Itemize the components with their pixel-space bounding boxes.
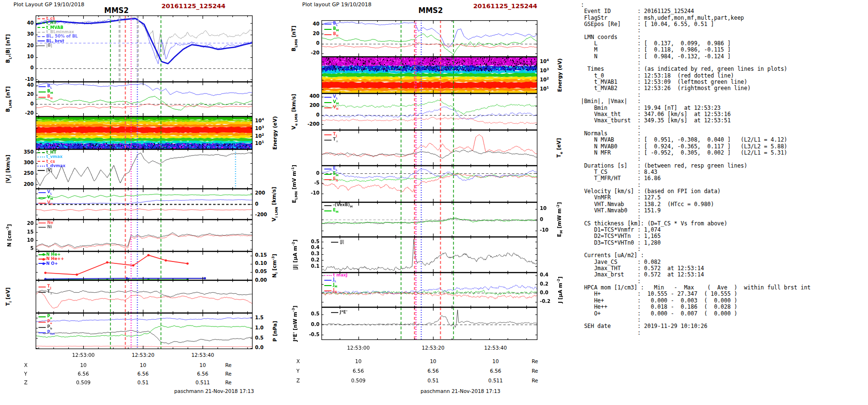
panel-legend: t maxJJLJMJN: [324, 273, 347, 293]
y-tick-label: 300: [14, 160, 34, 165]
panel-EM-comparison: 100-10EM [mW m-2]-(VexB)MEM: [289, 202, 577, 237]
legend-entry: t_cs: [38, 16, 78, 21]
legend-entry: BL: [324, 21, 339, 26]
panel-canvas-J-mag: [321, 237, 537, 273]
y-tick-label: 400: [300, 93, 319, 99]
legend-entry: BM: [324, 26, 339, 32]
plot-layout-note: Plot Layout GP 19/10/2018: [13, 1, 84, 8]
y-axis-label-right: Te [eV]: [556, 138, 563, 158]
y-tick-label: 104: [540, 58, 549, 64]
legend-line-swatch: [38, 45, 45, 46]
event-id-header: 20161125_125244: [161, 2, 225, 10]
y-axis-label: N [cm-3]: [5, 224, 12, 247]
y-tick-label: 0.5: [255, 335, 264, 340]
y-axis-label: J*E' [nW m-3]: [291, 306, 298, 342]
position-value: 10: [355, 358, 361, 364]
legend-line-swatch: [38, 27, 45, 28]
y-tick-label: 0.0: [300, 322, 319, 327]
position-unit: Re: [225, 371, 231, 377]
position-value: 6.56: [353, 368, 364, 374]
y-axis-label-right: EM [mW m-2]: [556, 202, 564, 237]
panel-canvas-Vi-LMN: [36, 189, 253, 220]
y-axis-label: Ti [eV]: [5, 287, 12, 306]
legend-line-swatch: [38, 203, 46, 204]
panel-legend: T∥T⊥: [324, 132, 338, 143]
panel-legend: J*E': [331, 310, 347, 314]
panel-canvas-EM-comparison: [321, 202, 537, 237]
legend-line-swatch: [324, 134, 332, 135]
panel-legend: VLVMVN: [324, 94, 339, 110]
panel-canvas-B-LMN: [321, 20, 537, 57]
panel-electron-spectrogram: 104103102101Energy (eV): [289, 57, 577, 93]
legend-line-swatch: [38, 170, 45, 171]
legend-line-swatch: [38, 32, 45, 33]
y-tick-label: 0: [540, 217, 543, 222]
legend-line-swatch: [38, 322, 46, 323]
legend-line-swatch: [324, 174, 332, 175]
panel-canvas-Te: [321, 130, 537, 166]
legend-line-swatch: [38, 157, 45, 157]
legend-line-swatch: [324, 169, 332, 170]
position-value: 0.51: [427, 378, 438, 383]
legend-entry: BL, brst: [38, 39, 78, 43]
y-tick-label: 10: [14, 54, 34, 59]
legend-line-swatch: [38, 97, 46, 98]
legend-entry: J*E': [331, 310, 347, 314]
panel-Vi-LMN: 2000-200Vi LMN [km/s]VLVMVN: [0, 189, 279, 220]
panel-legend: NeNi: [38, 221, 53, 230]
y-tick-label: 350: [14, 149, 34, 155]
position-value: 10: [200, 362, 206, 368]
legend-line-swatch: [324, 210, 332, 211]
position-value: 6.56: [427, 368, 438, 374]
legend-entry: Pe: [38, 319, 55, 325]
position-value: 6.56: [138, 371, 149, 377]
legend-line-swatch: [38, 86, 46, 87]
legend-line-swatch: [38, 222, 46, 223]
legend-entry: VM: [38, 195, 53, 200]
y-tick-label: -10: [14, 77, 34, 82]
y-tick-label: 1.5: [255, 315, 264, 320]
legend-label: Ni: [47, 225, 52, 229]
legend-entry: |J|: [331, 240, 344, 244]
legend-marker-dot: [42, 258, 45, 261]
legend-entry: JN: [324, 288, 347, 293]
y-tick-label: -0.5: [300, 332, 319, 337]
y-tick-label: 200: [255, 190, 265, 196]
y-tick-label: 5: [14, 246, 34, 251]
legend-label: EN: [333, 177, 338, 182]
legend-marker-dot: [42, 262, 45, 265]
y-axis-label-right: J [μA m-2]: [556, 276, 563, 303]
legend-line-swatch: [38, 316, 46, 317]
y-tick-label: 1.0: [255, 325, 264, 330]
panel-Vi-mag: 350300250200|Vi| [km/s]t_HTt_vmaxt_cst_d…: [0, 149, 279, 189]
y-axis-label-right: Energy (eV): [272, 116, 278, 150]
legend-line-swatch: [331, 312, 338, 313]
position-value: 0.509: [351, 378, 366, 383]
panel-Ti: Ti [eV]T∥T⊥: [0, 280, 279, 313]
y-tick-label: 0.2: [300, 257, 319, 262]
legend-entry: BN: [38, 94, 53, 100]
legend-entry: JM: [324, 283, 347, 288]
y-tick-label: 10: [540, 206, 547, 211]
y-tick-label: 0: [14, 101, 34, 106]
y-axis-label: |J| [μA m-2]: [291, 239, 298, 270]
legend-label: BN: [47, 94, 52, 100]
legend-label: VN: [47, 200, 52, 206]
panel-minor-ion-N: 0.150.100.050.00Ni [cm-3]N He+N He++N O+: [0, 251, 279, 280]
legend-label: N O+: [46, 261, 58, 266]
position-row-label: Y: [296, 368, 299, 374]
legend-line-swatch: [324, 140, 332, 141]
panel-canvas-minor-ion-N: [36, 251, 253, 280]
event-info-panel: : Event ID : 20161125_125244 FlagStr : m…: [581, 2, 811, 336]
legend-label: |B|: [46, 43, 52, 48]
position-unit: Re: [532, 358, 538, 364]
legend-line-swatch: [324, 34, 332, 35]
y-axis-label: Ve LMN [km/s]: [291, 94, 298, 130]
x-tick-label: 12:53:00: [72, 352, 95, 358]
plot-column-left: Plot Layout GP 19/10/2018MMS220161125_12…: [0, 0, 279, 405]
legend-entry: Ptot: [38, 330, 55, 335]
legend-label: VN: [333, 105, 338, 110]
panel-ion-spectrogram: 104103102101Energy (eV): [0, 117, 279, 149]
panel-pressure: 1.51.00.50.0P [nPa]PpPePbPtot: [0, 313, 279, 349]
y-tick-label: 0.2: [540, 281, 549, 287]
